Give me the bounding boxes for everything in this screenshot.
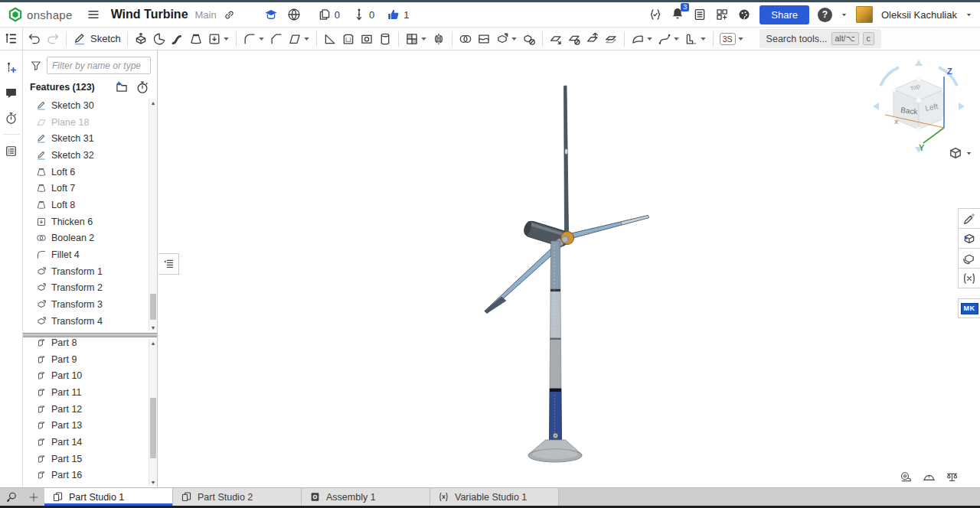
chamfer-button[interactable] (267, 29, 286, 49)
app-store-icon[interactable] (715, 8, 729, 21)
comments-icon[interactable] (2, 83, 21, 102)
user-name[interactable]: Oleksii Kachuliak (881, 9, 957, 21)
redo-button[interactable] (44, 29, 62, 49)
workspace-name[interactable]: Main (195, 9, 217, 21)
feature-list-item[interactable]: Sketch 30 (23, 97, 157, 114)
dropdown-caret-icon[interactable] (258, 35, 265, 42)
regeneration-time-icon[interactable] (136, 80, 149, 94)
tab-part-studio-2[interactable]: Part Studio 2 (173, 488, 302, 506)
history-icon[interactable] (2, 109, 21, 127)
feature-list-item[interactable]: Loft 8 (23, 197, 157, 213)
dropdown-caret-icon[interactable] (673, 35, 680, 42)
boolean-button[interactable] (456, 29, 475, 49)
offset-surface-button[interactable] (602, 29, 620, 49)
fillet-button[interactable] (240, 29, 267, 49)
filter-input[interactable] (47, 57, 151, 74)
transform-button[interactable] (493, 29, 520, 49)
add-folder-icon[interactable] (115, 80, 129, 94)
dropdown-caret-icon[interactable] (420, 35, 427, 42)
scroll-down-arrow[interactable]: ▼ (149, 324, 157, 331)
feature-list-item[interactable]: Sketch 31 (23, 130, 157, 147)
dropdown-caret-icon[interactable] (737, 35, 744, 42)
help-caret-icon[interactable] (841, 11, 848, 18)
feature-list-item[interactable]: Part 13 (23, 417, 157, 434)
feature-list-item[interactable]: Transform 1 (23, 263, 157, 280)
user-menu-caret-icon[interactable] (965, 11, 972, 18)
public-globe-icon[interactable] (287, 8, 301, 21)
loft-button[interactable] (187, 29, 205, 49)
main-menu-icon[interactable] (87, 8, 100, 21)
mass-properties-icon[interactable] (946, 471, 959, 484)
rib-button[interactable] (321, 29, 339, 49)
view-options-button[interactable] (948, 145, 972, 161)
filter-icon[interactable] (30, 60, 42, 72)
scroll-up-arrow[interactable]: ▲ (149, 339, 157, 347)
feature-list-item[interactable]: Part 8 (23, 337, 157, 351)
sheet-metal-button[interactable] (682, 29, 709, 49)
wind-turbine-model[interactable] (158, 50, 980, 487)
notifications-bell[interactable]: 3 (671, 7, 684, 23)
view-style-button[interactable]: 3S (717, 29, 746, 49)
protractor-icon[interactable] (923, 471, 936, 484)
feature-list-item[interactable]: Part 10 (23, 367, 157, 384)
dropdown-caret-icon[interactable] (700, 35, 707, 42)
appearance-panel-button[interactable] (958, 208, 980, 229)
cylinder-button[interactable] (376, 29, 394, 49)
sweep-button[interactable] (168, 29, 187, 49)
revolve-button[interactable] (150, 29, 168, 49)
feature-list-item[interactable]: Loft 7 (23, 180, 157, 197)
add-tab-button[interactable] (23, 488, 44, 506)
share-button[interactable]: Share (760, 5, 809, 24)
education-icon[interactable] (264, 8, 278, 21)
variable-table-panel-button[interactable] (958, 268, 980, 288)
pattern-button[interactable] (403, 29, 430, 49)
feature-list-item[interactable]: Plane 18 (23, 114, 157, 131)
feature-list-item[interactable]: Part 11 (23, 384, 157, 401)
features-scrollbar-thumb[interactable] (150, 294, 156, 319)
copies-icon[interactable] (318, 8, 332, 21)
feature-list-toggle-button[interactable] (0, 28, 23, 50)
feature-list-item[interactable]: Transform 2 (23, 280, 157, 297)
undo-button[interactable] (25, 29, 44, 49)
help-button[interactable]: ? (818, 8, 832, 22)
3d-viewport[interactable]: Back Left Top Z Y X MK (158, 50, 980, 487)
named-positions-panel-button[interactable] (958, 248, 980, 269)
mirror-button[interactable] (430, 29, 448, 49)
move-face-button[interactable] (547, 29, 565, 49)
tape-measure-icon[interactable] (900, 471, 913, 484)
parts-scrollbar[interactable]: ▲ ▼ (149, 339, 157, 486)
tab-variable-studio-1[interactable]: Variable Studio 1 (430, 488, 559, 506)
split-button[interactable] (475, 29, 493, 49)
dropdown-caret-icon[interactable] (303, 35, 310, 42)
dropdown-caret-icon[interactable] (223, 35, 230, 42)
feature-list-item[interactable]: Fillet 4 (23, 246, 157, 263)
sketch-button[interactable]: Sketch (70, 29, 123, 49)
extrude-button[interactable] (132, 29, 150, 49)
feature-list-item[interactable]: Transform 4 (23, 313, 157, 330)
feature-list-item[interactable]: Sketch 32 (23, 147, 157, 164)
delete-face-button[interactable] (565, 29, 583, 49)
features-scrollbar[interactable]: ▲ ▼ (149, 99, 157, 331)
shell-button[interactable] (339, 29, 358, 49)
search-tools-button[interactable]: Search tools... alt/⌥ c (760, 29, 881, 48)
feature-list-item[interactable]: Loft 6 (23, 164, 157, 181)
display-states-panel-button[interactable] (958, 228, 980, 249)
like-icon[interactable] (387, 8, 400, 21)
thicken-button[interactable] (205, 29, 232, 49)
feature-list-item[interactable]: Part 14 (23, 434, 157, 451)
feature-list-item[interactable]: Part 15 (23, 451, 157, 467)
surface-button[interactable] (629, 29, 655, 49)
forks-icon[interactable] (352, 8, 366, 21)
onshape-logo-text[interactable]: onshape (27, 8, 73, 21)
share-link-icon[interactable] (224, 9, 235, 21)
tab-search-button[interactable] (0, 488, 23, 506)
featurescript-notices-icon[interactable] (648, 8, 662, 21)
replace-face-button[interactable] (583, 29, 602, 49)
dropdown-caret-icon[interactable] (646, 35, 653, 42)
tab-assembly-1[interactable]: Assembly 1 (302, 488, 430, 506)
draft-button[interactable] (286, 29, 312, 49)
feature-list-item[interactable]: Thicken 6 (23, 213, 157, 230)
custom-app-panel-button[interactable]: MK (958, 298, 980, 318)
appearance-settings-icon[interactable] (737, 8, 751, 21)
avatar[interactable] (856, 6, 873, 23)
